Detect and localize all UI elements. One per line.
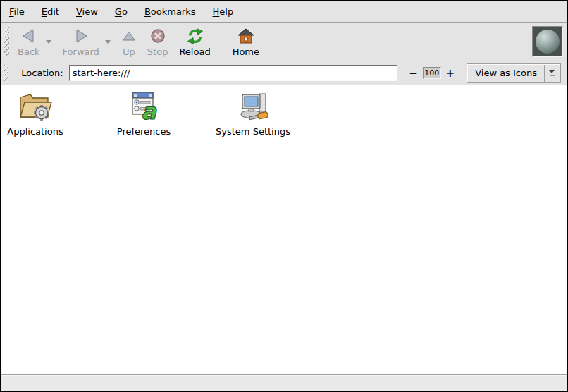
reload-button[interactable]: Reload xyxy=(173,25,216,59)
svg-text:a: a xyxy=(141,98,157,122)
applications-item[interactable]: Applications xyxy=(4,90,67,137)
preferences-capplet-icon: a xyxy=(128,90,160,122)
view-mode-label: View as Icons xyxy=(468,65,544,82)
zoom-out-button[interactable]: − xyxy=(406,67,421,80)
back-history-dropdown-icon[interactable] xyxy=(46,40,51,44)
zoom-level-indicator: 100 xyxy=(423,67,441,79)
toolbar-drag-handle[interactable] xyxy=(4,27,9,56)
throbber-frame xyxy=(532,26,563,57)
menu-file[interactable]: File xyxy=(2,2,32,21)
forward-history-dropdown-icon[interactable] xyxy=(105,40,111,44)
toolbar-separator xyxy=(221,28,221,55)
throbber-globe-icon xyxy=(536,30,560,54)
applications-folder-gear-icon xyxy=(17,90,54,122)
menu-go[interactable]: Go xyxy=(108,2,135,21)
location-input[interactable] xyxy=(69,65,397,81)
menu-help[interactable]: Help xyxy=(206,2,241,21)
applications-label: Applications xyxy=(7,126,63,137)
back-button[interactable]: Back xyxy=(12,25,46,59)
home-button[interactable]: Home xyxy=(227,25,265,59)
reload-icon xyxy=(187,27,204,45)
zoom-in-button[interactable]: + xyxy=(443,67,458,80)
up-button[interactable]: Up xyxy=(116,25,142,59)
home-icon xyxy=(237,27,254,45)
system-settings-label: System Settings xyxy=(216,126,290,137)
forward-button[interactable]: Forward xyxy=(57,25,105,59)
main-toolbar: Back Forward Up Stop xyxy=(1,23,567,61)
back-arrow-icon xyxy=(21,27,37,45)
menu-edit[interactable]: Edit xyxy=(35,2,66,21)
location-bar-drag-handle[interactable] xyxy=(4,65,8,82)
stop-icon xyxy=(150,27,166,45)
location-bar: Location: − 100 + View as Icons xyxy=(1,61,567,85)
preferences-label: Preferences xyxy=(117,126,171,137)
system-settings-monitor-icon xyxy=(235,90,271,122)
menu-bar: File Edit View Go Bookmarks Help xyxy=(1,1,567,23)
menu-view[interactable]: View xyxy=(69,2,105,21)
view-mode-dropdown[interactable]: View as Icons xyxy=(467,64,560,82)
file-manager-window: File Edit View Go Bookmarks Help Back Fo… xyxy=(0,0,568,392)
forward-arrow-icon xyxy=(73,27,89,45)
stop-button[interactable]: Stop xyxy=(142,25,174,59)
menu-bookmarks[interactable]: Bookmarks xyxy=(137,2,203,21)
system-settings-item[interactable]: System Settings xyxy=(216,90,290,137)
preferences-item[interactable]: a Preferences xyxy=(112,90,175,137)
icon-view[interactable]: Applications a Preferences xyxy=(1,85,567,374)
up-arrow-icon xyxy=(122,27,136,45)
status-bar xyxy=(1,374,567,391)
chevron-down-icon xyxy=(544,65,560,82)
location-label: Location: xyxy=(21,68,63,78)
